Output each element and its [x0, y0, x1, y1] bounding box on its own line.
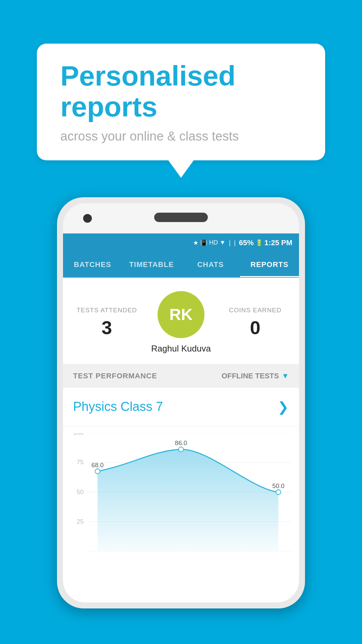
chevron-down-icon: ▼ [282, 372, 289, 380]
performance-label: TEST PERFORMANCE [73, 372, 157, 380]
bubble-title: Personalised reports [60, 60, 302, 122]
bluetooth-icon: ★ [193, 239, 198, 247]
svg-text:68.0: 68.0 [92, 461, 104, 468]
svg-text:25: 25 [77, 518, 84, 525]
chart-fill [98, 449, 279, 551]
tab-timetable[interactable]: TIMETABLE [122, 252, 181, 277]
earpiece [154, 213, 208, 222]
hd-icon: HD [209, 239, 218, 246]
avatar: RK [158, 291, 204, 338]
performance-chart: 100 75 50 25 [70, 433, 292, 551]
front-sensor [265, 212, 279, 225]
screen: ★ 📳 HD ▼ ❘❘ 65% 🔋 1:25 PM BATCHES [63, 233, 299, 602]
tab-chats[interactable]: CHATS [181, 252, 240, 277]
battery-icon: 🔋 [255, 239, 263, 247]
tests-attended-label: TESTS ATTENDED [73, 307, 140, 314]
svg-text:50.0: 50.0 [272, 482, 284, 489]
nav-tabs: BATCHES TIMETABLE CHATS REPORTS [63, 252, 299, 278]
phone-outer: ★ 📳 HD ▼ ❘❘ 65% 🔋 1:25 PM BATCHES [57, 197, 305, 608]
tests-attended-block: TESTS ATTENDED 3 [73, 307, 140, 338]
chevron-right-icon: ❯ [278, 399, 289, 415]
avatar-block: RK Raghul Kuduva [140, 291, 222, 354]
phone-mockup: ★ 📳 HD ▼ ❘❘ 65% 🔋 1:25 PM BATCHES [57, 197, 305, 608]
phone-bezel: ★ 📳 HD ▼ ❘❘ 65% 🔋 1:25 PM BATCHES [63, 203, 299, 602]
phone-top-bar [63, 203, 299, 233]
chart-point-3 [276, 490, 281, 495]
time-display: 1:25 PM [264, 238, 292, 247]
status-icons: ★ 📳 HD ▼ ❘❘ 65% 🔋 1:25 PM [193, 238, 292, 247]
user-name: Raghul Kuduva [151, 343, 211, 354]
svg-text:86.0: 86.0 [175, 439, 187, 446]
coins-earned-label: COINS EARNED [222, 307, 289, 314]
chart-area: 100 75 50 25 [63, 426, 299, 553]
tab-batches[interactable]: BATCHES [63, 252, 122, 277]
chart-point-2 [179, 447, 184, 452]
test-performance-header: TEST PERFORMANCE OFFLINE TESTS ▼ [63, 364, 299, 388]
bubble-subtitle: across your online & class tests [60, 129, 302, 144]
class-row[interactable]: Physics Class 7 ❯ [63, 388, 299, 426]
svg-text:75: 75 [77, 459, 84, 466]
profile-section: TESTS ATTENDED 3 RK Raghul Kuduva COINS … [63, 278, 299, 364]
camera-icon [83, 214, 92, 223]
tab-reports[interactable]: REPORTS [240, 252, 299, 277]
coins-earned-value: 0 [222, 317, 289, 338]
svg-text:50: 50 [77, 488, 84, 495]
offline-tests-filter[interactable]: OFFLINE TESTS ▼ [222, 372, 289, 380]
class-name: Physics Class 7 [73, 399, 163, 414]
chart-point-1 [95, 469, 100, 474]
tests-attended-value: 3 [73, 317, 140, 338]
battery-percent: 65% [239, 238, 254, 247]
coins-earned-block: COINS EARNED 0 [222, 307, 289, 338]
speech-bubble: Personalised reports across your online … [37, 44, 325, 160]
wifi-icon: ▼ [220, 239, 226, 246]
status-bar: ★ 📳 HD ▼ ❘❘ 65% 🔋 1:25 PM [63, 233, 299, 252]
svg-text:100: 100 [73, 433, 83, 436]
vibrate-icon: 📳 [200, 239, 207, 247]
signal-icon: ❘❘ [227, 239, 237, 247]
